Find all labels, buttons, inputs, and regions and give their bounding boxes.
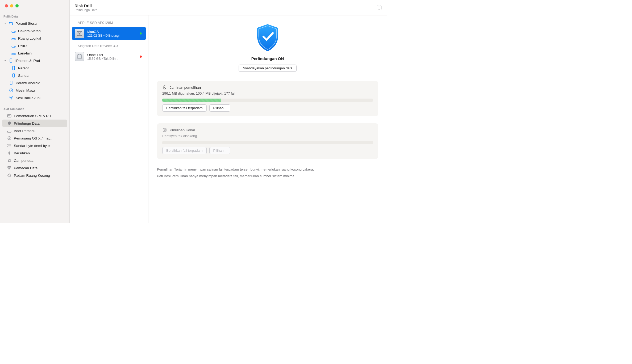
svg-rect-13 bbox=[13, 74, 15, 77]
usb-disk-icon bbox=[75, 52, 84, 61]
disk-icon bbox=[11, 51, 16, 56]
sidebar-item-erase-free[interactable]: Padam Ruang Kosong bbox=[2, 172, 67, 179]
clear-deleted-button[interactable]: Bersihkan fail terpadam bbox=[162, 104, 207, 112]
sidebar-item-android[interactable]: Peranti Android bbox=[2, 79, 67, 87]
sidebar-scroll: Pulih Data ▾ Peranti Storan Cakera Alata… bbox=[0, 13, 69, 182]
sidebar-item-label: Pemantauan S.M.A.R.T. bbox=[14, 114, 65, 118]
footnotes: Pemulihan Terjamin menyimpan salinan fai… bbox=[157, 166, 378, 179]
sidebar-item-label: Ruang Logikal bbox=[18, 36, 65, 40]
volume-title: Ohne Titel bbox=[87, 53, 143, 57]
svg-point-9 bbox=[15, 54, 15, 54]
svg-point-3 bbox=[15, 32, 15, 32]
app-subtitle: Prlindungn Data bbox=[74, 8, 97, 12]
options-button[interactable]: Pilihan... bbox=[209, 104, 231, 112]
footnote-line: Pemulihan Terjamin menyimpan salinan fai… bbox=[157, 166, 378, 173]
card-buttons: Bersihkan fail terpadam Pilihan... bbox=[162, 104, 373, 112]
sidebar-item-logical-space[interactable]: Ruang Logikal bbox=[2, 35, 67, 42]
sidebar-item-label: Peranti Android bbox=[16, 81, 65, 85]
svg-point-27 bbox=[79, 33, 80, 33]
sidebar-item-iphones-ipad[interactable]: ▾ iPhones & iPad bbox=[2, 57, 67, 64]
svg-rect-23 bbox=[8, 159, 10, 161]
titlebar: Disk Drill Prlindungn Data bbox=[70, 0, 387, 15]
card-subtitle: 296,1 MB digunakan, 100,4 MB dijejaki, 1… bbox=[162, 91, 373, 95]
volume-item-usb[interactable]: Ohne Titel 15,39 GB • Tak Dilin... bbox=[72, 50, 146, 63]
volume-subtitle: 15,39 GB • Tak Dilin... bbox=[87, 57, 143, 61]
fullscreen-icon[interactable] bbox=[15, 4, 19, 7]
card-subtitle: Partisyen tak disokong bbox=[162, 134, 373, 138]
gear-icon bbox=[9, 95, 14, 100]
svg-rect-18 bbox=[7, 131, 11, 132]
hdd-icon bbox=[75, 29, 84, 38]
sidebar-item-shredder[interactable]: Pemecah Data bbox=[2, 164, 67, 172]
sidebar-item-session[interactable]: Sesi BaruX2 Ini bbox=[2, 94, 67, 101]
disk-icon bbox=[11, 28, 16, 33]
sidebar-item-disk-tool[interactable]: Cakera Alatan bbox=[2, 27, 67, 35]
svg-rect-14 bbox=[10, 81, 12, 85]
status-dot-protected bbox=[140, 32, 142, 35]
disk-group-title: Kingston DataTraveler 3.0 bbox=[72, 42, 146, 49]
minimize-icon[interactable] bbox=[10, 4, 13, 7]
sidebar-item-cleanup[interactable]: Bersihkan bbox=[2, 149, 67, 157]
sidebar-item-label: Mesin Masa bbox=[16, 88, 65, 92]
sidebar-item-osx-installer[interactable]: Pemasang OS X / mac... bbox=[2, 134, 67, 142]
sidebar-item-duplicates[interactable]: Cari pendua bbox=[2, 157, 67, 164]
close-circle-icon bbox=[7, 136, 12, 141]
recovery-vault-card: Pmulihan Kebal Partisyen tak disokong Be… bbox=[157, 123, 378, 159]
sidebar-item-label: Bersihkan bbox=[14, 151, 65, 155]
svg-point-7 bbox=[15, 46, 15, 47]
phone-icon bbox=[9, 81, 14, 85]
volume-text: MacOS 121,02 GB • Dilindungi bbox=[87, 30, 143, 37]
sidebar-section-tools: Alat Tambahan bbox=[0, 105, 69, 112]
sidebar-section-recover: Pulih Data bbox=[0, 13, 69, 20]
volume-item-macos[interactable]: MacOS 121,02 GB • Dilindungi bbox=[72, 27, 146, 40]
card-buttons: Bersihkan fail terpadam Pilihan... bbox=[162, 147, 373, 154]
book-icon[interactable] bbox=[376, 5, 382, 11]
progress-bar bbox=[162, 141, 373, 144]
clear-deleted-button: Bersihkan fail terpadam bbox=[162, 147, 207, 154]
svg-point-5 bbox=[15, 39, 15, 39]
sparkle-icon bbox=[7, 151, 12, 155]
sidebar-item-device[interactable]: Peranti bbox=[2, 64, 67, 72]
sidebar-item-raid[interactable]: RAID bbox=[2, 42, 67, 49]
sidebar-item-other[interactable]: Lain-lain bbox=[2, 49, 67, 57]
sidebar-item-label: Cakera Alatan bbox=[18, 29, 65, 33]
chevron-down-icon: ▾ bbox=[4, 59, 6, 62]
sidebar-item-smart[interactable]: Pemantauan S.M.A.R.T. bbox=[2, 112, 67, 120]
sidebar-item-label: Sandar byte demi byte bbox=[14, 144, 65, 148]
sidebar-item-time-machine[interactable]: Mesin Masa bbox=[2, 87, 67, 94]
sidebar-item-data-protection[interactable]: Prlindungn Data bbox=[2, 120, 67, 127]
sidebar-item-label: Peranti Storan bbox=[15, 22, 65, 26]
sidebar-item-byte-backup[interactable]: Sandar byte demi byte bbox=[2, 142, 67, 149]
sidebar-item-storage-devices[interactable]: ▾ Peranti Storan bbox=[2, 20, 67, 27]
sidebar-item-boot-drive[interactable]: Boot Pemacu bbox=[2, 127, 67, 134]
close-icon[interactable] bbox=[5, 4, 8, 7]
title-stack: Disk Drill Prlindungn Data bbox=[74, 3, 97, 12]
sidebar-item-label: iPhones & iPad bbox=[15, 59, 65, 63]
svg-rect-20 bbox=[8, 144, 11, 145]
phone-icon bbox=[11, 73, 16, 78]
progress-bar bbox=[162, 99, 373, 102]
clock-icon bbox=[9, 88, 14, 93]
main-split: APPLE SSD AP0128M MacOS 121,02 GB • Dili… bbox=[70, 15, 387, 223]
svg-rect-22 bbox=[9, 160, 11, 162]
shield-outline-icon bbox=[162, 85, 167, 90]
sidebar-item-dock[interactable]: Sandar bbox=[2, 72, 67, 79]
svg-point-32 bbox=[164, 130, 165, 130]
shield-icon bbox=[7, 121, 12, 126]
volume-text: Ohne Titel 15,39 GB • Tak Dilin... bbox=[87, 53, 143, 61]
stack-icon bbox=[7, 143, 12, 148]
disable-protection-button[interactable]: Nyahdayakan perlindungan data bbox=[239, 65, 296, 72]
card-header: Jaminan pemulihan bbox=[162, 85, 373, 90]
target-icon bbox=[162, 128, 167, 132]
sidebar-item-label: Prlindungn Data bbox=[14, 121, 65, 125]
status-dot-unprotected bbox=[140, 56, 142, 58]
sidebar-item-label: Pemecah Data bbox=[14, 166, 65, 170]
volume-title: MacOS bbox=[87, 30, 143, 34]
window-controls bbox=[0, 0, 69, 13]
chevron-down-icon: ▾ bbox=[4, 22, 6, 25]
sidebar-item-label: Lain-lain bbox=[18, 51, 65, 55]
app-window: Pulih Data ▾ Peranti Storan Cakera Alata… bbox=[0, 0, 387, 223]
footnote-line: Peti Besi Pemulihan hanya menyimpan meta… bbox=[157, 173, 378, 180]
sidebar-item-label: Peranti bbox=[18, 66, 65, 70]
chart-icon bbox=[7, 113, 12, 118]
